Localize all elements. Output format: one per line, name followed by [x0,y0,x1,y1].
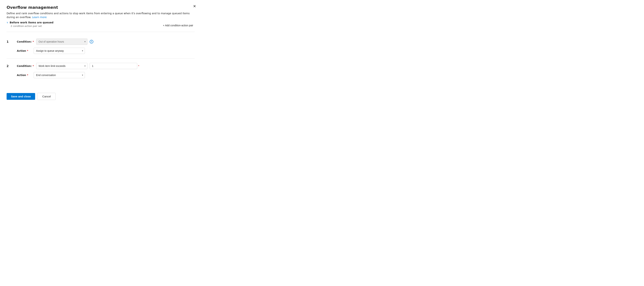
section-subtitle: 2 condition-action pair set [10,25,54,27]
chevron-icon: ∨ [6,21,8,24]
condition-label-2: Condition: * [17,64,34,67]
close-button[interactable]: ✕ [192,4,197,9]
overflow-management-dialog: ✕ Overflow management Define and rank ov… [0,0,201,113]
section-header: ∨ Before work items are queued [6,21,54,24]
condition-select-2[interactable]: Work item limit exceeds Out of operation… [36,63,88,69]
condition-select-wrapper-1: Out of operation hours Work item limit e… [36,38,88,45]
required-star-condition-2: * [32,64,34,67]
condition-rows: 1 Condition: * Out of operation hours Wo… [6,34,195,83]
required-star-action-2: * [27,74,28,77]
condition-label-1: Condition: * [17,40,34,43]
save-and-close-button[interactable]: Save and close [6,93,35,100]
cancel-button[interactable]: Cancel [37,93,56,100]
condition-fields-1: Condition: * Out of operation hours Work… [17,38,195,54]
action-select-wrapper-2: End conversation Assign to queue anyway … [34,72,85,78]
condition-block-1: 1 Condition: * Out of operation hours Wo… [6,34,195,58]
top-divider [6,32,195,32]
dialog-description: Define and rank overflow conditions and … [6,11,195,19]
required-star-input: * [138,64,140,67]
condition-field-row-1: Condition: * Out of operation hours Work… [17,38,195,45]
required-star-action-1: * [27,49,28,52]
condition-block-2: 2 Condition: * Work item limit exceeds O… [6,58,195,83]
learn-more-link[interactable]: Learn more [32,16,47,19]
condition-select-1[interactable]: Out of operation hours Work item limit e… [36,38,88,45]
action-label-2: Action * [17,74,32,77]
footer: Save and close Cancel [6,90,195,100]
section-header-row: ∨ Before work items are queued 2 conditi… [6,21,195,30]
action-field-row-1: Action * Assign to queue anyway End conv… [17,48,195,54]
action-label-1: Action * [17,49,32,52]
row-number-1: 1 [6,38,11,43]
row-number-2: 2 [6,63,11,68]
action-select-2[interactable]: End conversation Assign to queue anyway [34,72,85,78]
section-title: Before work items are queued [10,21,54,24]
condition-fields-2: Condition: * Work item limit exceeds Out… [17,63,195,78]
condition-field-row-2: Condition: * Work item limit exceeds Out… [17,63,195,69]
work-item-limit-input[interactable] [90,63,137,69]
condition-select-wrapper-2: Work item limit exceeds Out of operation… [36,63,88,69]
dialog-title: Overflow management [6,5,195,10]
action-select-1[interactable]: Assign to queue anyway End conversation [34,48,85,54]
number-input-wrapper: * [90,63,137,69]
action-select-wrapper-1: Assign to queue anyway End conversation … [34,48,85,54]
action-field-row-2: Action * End conversation Assign to queu… [17,72,195,78]
info-icon-1[interactable]: i [90,40,93,43]
required-star-condition-1: * [32,40,34,43]
add-condition-action-pair-button[interactable]: + Add condition-action pair [162,23,195,27]
section-header-left: ∨ Before work items are queued 2 conditi… [6,21,54,30]
